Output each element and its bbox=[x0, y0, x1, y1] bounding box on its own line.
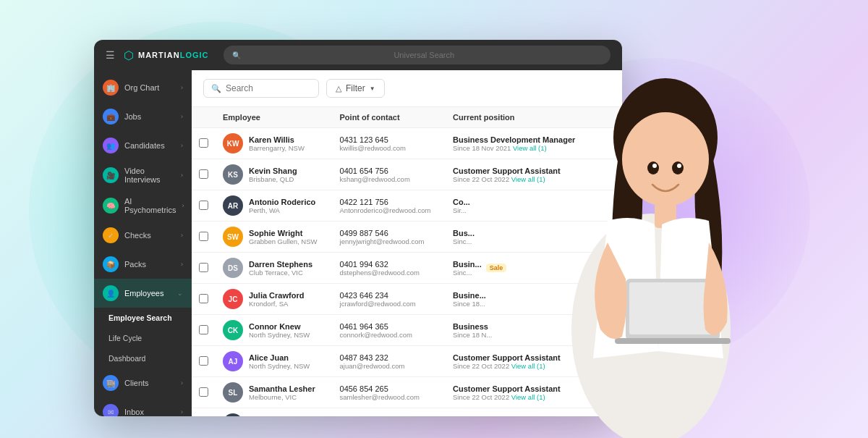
sidebar-item-org-chart[interactable]: 🏢 Org Chart › bbox=[94, 73, 192, 102]
row-employee-cell: SW Sophie Wright Grabben Gullen, NSW bbox=[216, 222, 333, 253]
sidebar-item-checks[interactable]: ✓ Checks › bbox=[94, 221, 192, 250]
position-title: Busine... bbox=[453, 291, 486, 300]
row-employee-cell: SL Samantha Lesher Melbourne, VIC bbox=[216, 377, 333, 408]
contact-email: connork@redwood.com bbox=[340, 331, 438, 339]
row-checkbox[interactable] bbox=[199, 263, 208, 272]
row-checkbox[interactable] bbox=[199, 169, 208, 179]
sidebar-item-candidates[interactable]: 👥 Candidates › bbox=[94, 131, 192, 160]
row-contact-cell: 0499 887 546 jennyjwright@redwood.com bbox=[333, 222, 446, 253]
chevron-icon: › bbox=[181, 261, 183, 268]
row-checkbox[interactable] bbox=[199, 138, 208, 148]
avatar: AR bbox=[223, 195, 243, 216]
contact-email: dstephens@redwood.com bbox=[340, 269, 438, 277]
filter-button[interactable]: △ Filter ▼ bbox=[326, 79, 385, 98]
filter-icon: △ bbox=[336, 84, 341, 93]
hamburger-icon[interactable]: ☰ bbox=[106, 49, 115, 61]
sidebar-sub-employee-search[interactable]: Employee Search bbox=[94, 308, 192, 328]
row-employee-cell: CK Connor Knew North Sydney, NSW bbox=[216, 315, 333, 346]
svg-rect-11 bbox=[615, 338, 731, 344]
sidebar-sub-dashboard[interactable]: Dashboard bbox=[94, 348, 192, 368]
position-since: Sir... bbox=[453, 206, 470, 214]
employee-name: Connor Knew bbox=[249, 322, 310, 331]
chevron-icon: › bbox=[181, 232, 183, 239]
contact-phone: 0431 123 645 bbox=[340, 135, 438, 144]
row-checkbox-cell[interactable] bbox=[192, 408, 216, 417]
position-title: Business bbox=[453, 322, 492, 331]
employees-icon: 👤 bbox=[103, 285, 119, 301]
row-checkbox[interactable] bbox=[199, 201, 208, 210]
position-since: Since 18 N... bbox=[453, 331, 492, 339]
row-checkbox[interactable] bbox=[199, 356, 208, 366]
employee-name: Karen Willis bbox=[249, 135, 305, 144]
sidebar-label-candidates: Candidates bbox=[124, 141, 165, 150]
video-interviews-icon: 🎥 bbox=[103, 167, 119, 183]
col-checkbox bbox=[192, 107, 216, 128]
contact-phone: 0404 875 433 bbox=[340, 416, 438, 417]
sidebar-item-inbox[interactable]: ✉ Inbox › bbox=[94, 397, 192, 416]
svg-point-7 bbox=[677, 164, 681, 168]
sidebar: 🏢 Org Chart › 💼 Jobs › 👥 Candidates › 🎥 … bbox=[94, 70, 192, 416]
row-checkbox-cell[interactable] bbox=[192, 346, 216, 377]
sidebar-item-employees[interactable]: 👤 Employees ⌄ bbox=[94, 279, 192, 308]
row-checkbox[interactable] bbox=[199, 294, 208, 303]
contact-phone: 0499 887 546 bbox=[340, 229, 438, 237]
employee-location: Krondorf, SA bbox=[249, 300, 304, 308]
sidebar-item-video-interviews[interactable]: 🎥 Video Interviews › bbox=[94, 160, 192, 190]
clients-icon: 🏬 bbox=[103, 375, 119, 391]
row-checkbox-cell[interactable] bbox=[192, 159, 216, 190]
row-checkbox-cell[interactable] bbox=[192, 128, 216, 159]
candidates-icon: 👥 bbox=[103, 138, 119, 153]
org-chart-icon: 🏢 bbox=[103, 80, 119, 96]
avatar: SL bbox=[223, 382, 243, 403]
contact-phone: 0423 646 234 bbox=[340, 291, 438, 300]
row-contact-cell: 0401 654 756 kshang@redwood.com bbox=[333, 159, 446, 190]
sidebar-item-packs[interactable]: 📦 Packs › bbox=[94, 250, 192, 279]
employee-location: Perth, WA bbox=[249, 206, 315, 214]
sidebar-item-clients[interactable]: 🏬 Clients › bbox=[94, 368, 192, 397]
row-contact-cell: 0487 843 232 ajuan@redwood.com bbox=[333, 346, 446, 377]
employee-name: Evan Roderico bbox=[249, 416, 310, 417]
avatar: ER bbox=[223, 413, 243, 416]
position-since: Sinc... bbox=[453, 237, 475, 245]
contact-email: jcrawford@redwood.com bbox=[340, 300, 438, 308]
sidebar-label-checks: Checks bbox=[124, 231, 151, 240]
sidebar-item-jobs[interactable]: 💼 Jobs › bbox=[94, 102, 192, 131]
row-contact-cell: 0404 875 433 eroderico@redwood.com bbox=[333, 408, 446, 417]
sidebar-label-ai-psychometrics: AI Psychometrics bbox=[124, 197, 176, 214]
employee-name: Darren Stephens bbox=[249, 260, 312, 269]
sub-item-label-dashboard: Dashboard bbox=[109, 354, 145, 363]
row-checkbox-cell[interactable] bbox=[192, 190, 216, 222]
sidebar-label-org-chart: Org Chart bbox=[124, 83, 159, 92]
row-checkbox-cell[interactable] bbox=[192, 315, 216, 346]
row-checkbox-cell[interactable] bbox=[192, 222, 216, 253]
chevron-icon: ⌄ bbox=[177, 290, 183, 297]
svg-point-6 bbox=[652, 164, 657, 168]
row-checkbox[interactable] bbox=[199, 232, 208, 241]
employee-name: Alice Juan bbox=[249, 353, 310, 362]
woman-illustration bbox=[514, 25, 788, 438]
search-input[interactable] bbox=[226, 83, 311, 93]
jobs-icon: 💼 bbox=[103, 109, 119, 125]
sidebar-label-clients: Clients bbox=[124, 379, 149, 387]
filter-chevron-icon: ▼ bbox=[370, 85, 375, 92]
row-checkbox[interactable] bbox=[199, 325, 208, 334]
row-checkbox[interactable] bbox=[199, 387, 208, 397]
row-employee-cell: KS Kevin Shang Brisbane, QLD bbox=[216, 159, 333, 190]
row-checkbox-cell[interactable] bbox=[192, 253, 216, 284]
position-since: Since 18... bbox=[453, 300, 486, 308]
position-since: Sinc... bbox=[453, 269, 482, 277]
row-checkbox-cell[interactable] bbox=[192, 284, 216, 315]
sub-item-label-life-cycle: Life Cycle bbox=[109, 334, 142, 342]
row-checkbox-cell[interactable] bbox=[192, 377, 216, 408]
sidebar-sub-life-cycle[interactable]: Life Cycle bbox=[94, 328, 192, 348]
position-title: Busin... bbox=[453, 260, 482, 269]
employee-location: Grabben Gullen, NSW bbox=[249, 237, 318, 245]
avatar: KW bbox=[223, 133, 243, 153]
employee-location: North Sydney, NSW bbox=[249, 331, 310, 339]
sidebar-item-ai-psychometrics[interactable]: 🧠 AI Psychometrics › bbox=[94, 190, 192, 221]
contact-phone: 0401 654 756 bbox=[340, 167, 438, 175]
row-contact-cell: 0456 854 265 samlesher@redwood.com bbox=[333, 377, 446, 408]
chevron-icon: › bbox=[181, 379, 183, 387]
search-wrap[interactable]: 🔍 bbox=[203, 79, 319, 98]
employee-name: Julia Crawford bbox=[249, 291, 304, 300]
